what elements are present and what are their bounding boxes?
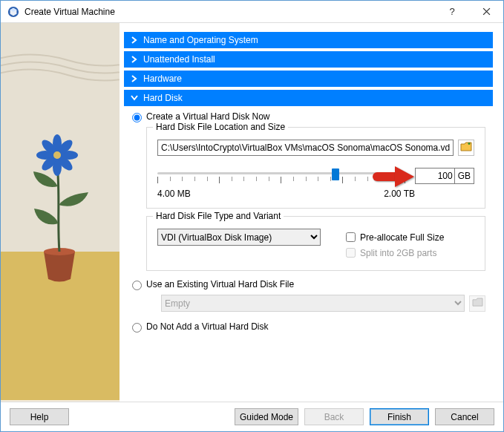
titlebar: Create Virtual Machine ?	[1, 1, 503, 23]
prealloc-checkbox-row[interactable]: Pre-allocate Full Size	[343, 230, 444, 244]
window-title: Create Virtual Machine	[24, 7, 435, 17]
dialog-footer: Help Guided Mode Back Finish Cancel	[1, 402, 503, 431]
dialog-body: Name and Operating System Unattended Ins…	[1, 23, 503, 402]
disk-type-select[interactable]: VDI (VirtualBox Disk Image)	[157, 229, 321, 246]
folder-icon	[472, 298, 483, 310]
prealloc-label: Pre-allocate Full Size	[360, 232, 444, 243]
step-label: Unattended Install	[143, 54, 215, 65]
existing-disk-select: Empty	[161, 295, 465, 312]
prealloc-checkbox[interactable]	[346, 232, 356, 242]
radio-create-disk-label: Create a Virtual Hard Disk Now	[146, 111, 270, 122]
folder-icon	[460, 142, 472, 154]
help-button[interactable]: ?	[435, 1, 469, 22]
svg-point-12	[53, 151, 61, 159]
radio-create-disk[interactable]: Create a Virtual Hard Disk Now	[128, 111, 493, 122]
chevron-right-icon	[130, 56, 139, 63]
step-label: Hardware	[143, 73, 182, 84]
chevron-down-icon	[130, 95, 139, 101]
guided-mode-button[interactable]: Guided Mode	[235, 408, 298, 425]
app-icon	[7, 5, 20, 19]
browse-button[interactable]	[458, 140, 474, 156]
help-footer-button[interactable]: Help	[10, 408, 69, 425]
group-location-legend: Hard Disk File Location and Size	[153, 122, 288, 132]
chevron-right-icon	[130, 75, 139, 82]
pick-existing-button	[469, 295, 485, 312]
cancel-button[interactable]: Cancel	[435, 408, 494, 425]
wizard-sidebar	[1, 23, 120, 402]
step-label: Name and Operating System	[143, 35, 258, 45]
slider-min-label: 4.00 MB	[157, 189, 191, 199]
radio-no-disk[interactable]: Do Not Add a Virtual Hard Disk	[128, 321, 493, 333]
split-checkbox	[346, 248, 356, 258]
group-location-size: Hard Disk File Location and Size	[146, 127, 485, 209]
step-unattended[interactable]: Unattended Install	[124, 51, 493, 68]
disk-path-input[interactable]	[157, 140, 454, 156]
radio-no-disk-input[interactable]	[132, 323, 142, 333]
group-type-legend: Hard Disk File Type and Variant	[153, 211, 284, 221]
radio-existing-disk[interactable]: Use an Existing Virtual Hard Disk File	[128, 278, 493, 290]
group-type-variant: Hard Disk File Type and Variant VDI (Vir…	[146, 216, 485, 271]
step-name-os[interactable]: Name and Operating System	[124, 32, 493, 48]
finish-button[interactable]: Finish	[370, 408, 429, 425]
back-button: Back	[304, 408, 364, 425]
disk-size-slider[interactable]	[157, 166, 405, 186]
slider-max-label: 2.00 TB	[384, 189, 415, 199]
radio-no-disk-label: Do Not Add a Virtual Hard Disk	[146, 321, 269, 332]
disk-size-unit: GB	[455, 168, 474, 184]
create-vm-window: Create Virtual Machine ?	[0, 0, 504, 432]
radio-existing-label: Use an Existing Virtual Hard Disk File	[146, 279, 294, 289]
step-label: Hard Disk	[143, 93, 183, 103]
split-label: Split into 2GB parts	[360, 248, 436, 258]
close-button[interactable]	[469, 1, 503, 22]
radio-create-disk-input[interactable]	[132, 113, 142, 122]
split-checkbox-row: Split into 2GB parts	[343, 246, 444, 260]
radio-existing-input[interactable]	[132, 281, 142, 290]
step-hard-disk[interactable]: Hard Disk	[124, 90, 493, 106]
slider-thumb[interactable]	[332, 168, 339, 180]
step-hardware[interactable]: Hardware	[124, 71, 493, 87]
chevron-right-icon	[130, 36, 139, 44]
disk-size-input[interactable]	[415, 168, 455, 184]
wizard-content: Name and Operating System Unattended Ins…	[120, 23, 503, 402]
